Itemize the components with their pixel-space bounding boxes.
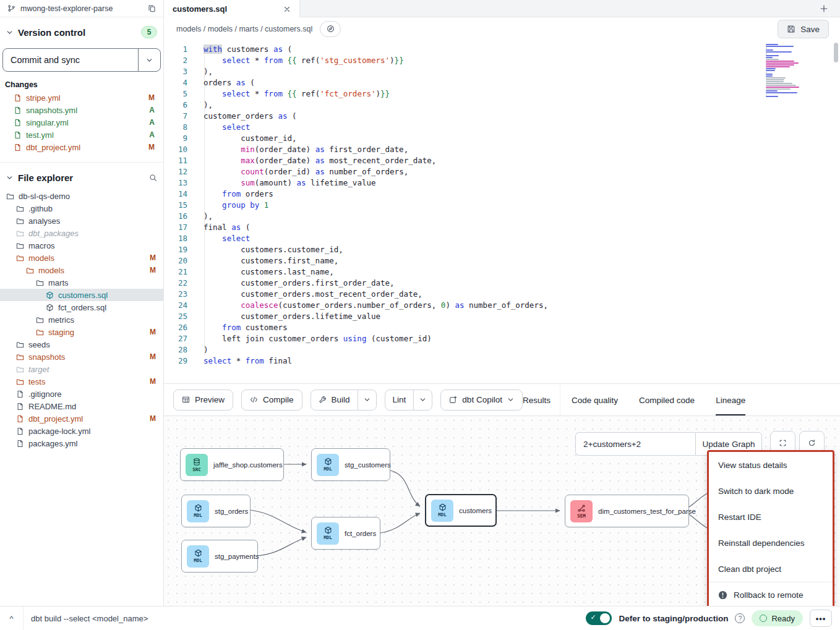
help-icon[interactable]: ? <box>735 613 745 623</box>
code-line[interactable]: 14 from orders <box>164 189 840 200</box>
menu-item-restart-ide[interactable]: Restart IDE <box>709 504 833 530</box>
lint-options-dropdown[interactable] <box>413 390 432 410</box>
code-line[interactable]: 16), <box>164 211 840 222</box>
code-line[interactable]: 11 max(order_date) as most_recent_order_… <box>164 155 840 166</box>
close-icon[interactable] <box>283 6 291 13</box>
search-icon[interactable] <box>149 174 157 182</box>
tab-customers-sql[interactable]: customers.sql <box>164 0 300 18</box>
code-line[interactable]: 15 group by 1 <box>164 200 840 211</box>
tab-results[interactable]: Results <box>523 384 551 416</box>
change-item[interactable]: stripe.ymlM <box>0 92 163 104</box>
tree-item-models[interactable]: modelsM <box>0 264 163 276</box>
code-editor[interactable]: 1with customers as (2 select * from {{ r… <box>164 40 840 383</box>
new-tab-button[interactable] <box>818 2 830 15</box>
collapse-panel-button[interactable]: ^ <box>0 607 24 630</box>
tree-item-target[interactable]: target <box>0 363 163 375</box>
preview-button[interactable]: Preview <box>173 389 233 411</box>
menu-item-reinstall-dependencies[interactable]: Reinstall dependencies <box>709 530 833 556</box>
menu-item-clean-dbt-project[interactable]: Clean dbt project <box>709 556 833 582</box>
code-line[interactable]: 7customer_orders as ( <box>164 111 840 122</box>
lint-button[interactable]: Lint <box>385 390 414 410</box>
code-line[interactable]: 29select * from final <box>164 355 840 367</box>
code-line[interactable]: 25 customer_orders.lifetime_value <box>164 311 840 322</box>
commit-and-sync-button[interactable]: Commit and sync <box>2 48 161 72</box>
tree-item-dbt-packages[interactable]: dbt_packages <box>0 227 163 239</box>
tree-item-fct-orders-sql[interactable]: fct_orders.sql <box>0 301 163 313</box>
minimap[interactable] <box>766 44 800 98</box>
code-line[interactable]: 26 from customers <box>164 322 840 333</box>
code-line[interactable]: 24 coalesce(customer_orders.number_of_or… <box>164 300 840 311</box>
code-line[interactable]: 22 customer_orders.first_order_date, <box>164 278 840 289</box>
compile-button[interactable]: Compile <box>241 389 302 411</box>
save-button[interactable]: Save <box>778 20 829 38</box>
code-line[interactable]: 17final as ( <box>164 222 840 233</box>
lineage-node-customers[interactable]: MDLcustomers <box>425 494 497 527</box>
tree-item-package-lock-yml[interactable]: package-lock.yml <box>0 425 163 437</box>
tab-lineage[interactable]: Lineage <box>716 384 745 416</box>
tree-item-staging[interactable]: stagingM <box>0 326 163 338</box>
defer-toggle[interactable]: ✓ <box>586 611 612 625</box>
editor-scrollbar[interactable] <box>834 43 838 62</box>
code-line[interactable]: 10 min(order_date) as first_order_date, <box>164 144 840 155</box>
tree-item-readme-md[interactable]: README.md <box>0 400 163 412</box>
lineage-node-fct-orders[interactable]: MDLfct_orders <box>311 517 380 550</box>
lineage-node-stg-customers[interactable]: MDLstg_customers <box>311 448 390 481</box>
version-control-header[interactable]: Version control 5 <box>0 25 163 40</box>
code-line[interactable]: 8 select <box>164 122 840 133</box>
tab-compiled-code[interactable]: Compiled code <box>639 384 695 416</box>
code-line[interactable]: 3), <box>164 66 840 77</box>
tree-item-macros[interactable]: macros <box>0 239 163 252</box>
code-lines[interactable]: 1with customers as (2 select * from {{ r… <box>164 44 840 367</box>
file-explorer-header[interactable]: File explorer <box>0 170 163 185</box>
code-line[interactable]: 23 customer_orders.most_recent_order_dat… <box>164 289 840 300</box>
tree-item-metrics[interactable]: metrics <box>0 313 163 326</box>
code-line[interactable]: 12 count(order_id) as number_of_orders, <box>164 166 840 177</box>
code-line[interactable]: 9 customer_id, <box>164 133 840 144</box>
tree-item-snapshots[interactable]: snapshotsM <box>0 351 163 363</box>
menu-item-view-status-details[interactable]: View status details <box>709 452 833 478</box>
code-line[interactable]: 5 select * from {{ ref('fct_orders')}} <box>164 88 840 100</box>
tree-item-seeds[interactable]: seeds <box>0 338 163 351</box>
menu-item-rollback-to-remote[interactable]: Rollback to remote <box>709 582 833 606</box>
duplicate-icon[interactable] <box>148 4 156 12</box>
menu-item-switch-to-dark-mode[interactable]: Switch to dark mode <box>709 478 833 504</box>
change-item[interactable]: snapshots.ymlA <box>0 104 163 116</box>
change-item[interactable]: dbt_project.ymlM <box>0 141 163 153</box>
code-line[interactable]: 27 left join customer_orders using (cust… <box>164 333 840 344</box>
code-line[interactable]: 2 select * from {{ ref('stg_customers')}… <box>164 55 840 66</box>
code-line[interactable]: 20 customers.first_name, <box>164 255 840 266</box>
change-item[interactable]: test.ymlA <box>0 129 163 141</box>
code-line[interactable]: 28) <box>164 344 840 355</box>
code-line[interactable]: 1with customers as ( <box>164 44 840 55</box>
tree-item-packages-yml[interactable]: packages.yml <box>0 437 163 449</box>
change-item[interactable]: singular.ymlA <box>0 116 163 129</box>
tree-item-db-sl-qs-demo[interactable]: db-sl-qs-demo <box>0 190 163 202</box>
code-line[interactable]: 6), <box>164 100 840 111</box>
code-line[interactable]: 19 customers.customer_id, <box>164 244 840 255</box>
tree-item-marts[interactable]: marts <box>0 276 163 289</box>
build-options-dropdown[interactable] <box>358 390 376 410</box>
tree-item-analyses[interactable]: analyses <box>0 215 163 227</box>
tree-item-models[interactable]: modelsM <box>0 252 163 264</box>
lineage-node-stg-payments[interactable]: MDLstg_payments <box>181 540 258 573</box>
lineage-selector-input[interactable] <box>575 432 695 456</box>
lineage-node-jaffle-shop-customers[interactable]: SRCjaffle_shop.customers <box>180 448 284 481</box>
more-options-button[interactable]: ••• <box>810 610 832 627</box>
code-line[interactable]: 21 customers.last_name, <box>164 266 840 278</box>
commit-options-dropdown[interactable] <box>138 49 160 71</box>
tree-item-customers-sql[interactable]: customers.sql <box>0 289 163 301</box>
lineage-node-dim-customers-test-for-parse[interactable]: SEMdim_customers_test_for_parse <box>565 495 689 527</box>
tree-item--github[interactable]: .github <box>0 202 163 215</box>
lineage-node-stg-orders[interactable]: MDLstg_orders <box>181 495 251 527</box>
explore-lineage-button[interactable] <box>320 21 341 37</box>
code-line[interactable]: 4orders as ( <box>164 77 840 88</box>
code-line[interactable]: 13 sum(amount) as lifetime_value <box>164 177 840 189</box>
commit-and-sync-label[interactable]: Commit and sync <box>3 49 138 71</box>
command-input[interactable]: dbt build --select <model_name> <box>31 614 586 623</box>
code-line[interactable]: 18 select <box>164 233 840 244</box>
tab-code-quality[interactable]: Code quality <box>572 384 618 416</box>
tree-item--gitignore[interactable]: .gitignore <box>0 388 163 400</box>
tree-item-tests[interactable]: testsM <box>0 375 163 388</box>
tree-item-dbt-project-yml[interactable]: dbt_project.ymlM <box>0 412 163 425</box>
build-button[interactable]: Build <box>311 390 358 410</box>
